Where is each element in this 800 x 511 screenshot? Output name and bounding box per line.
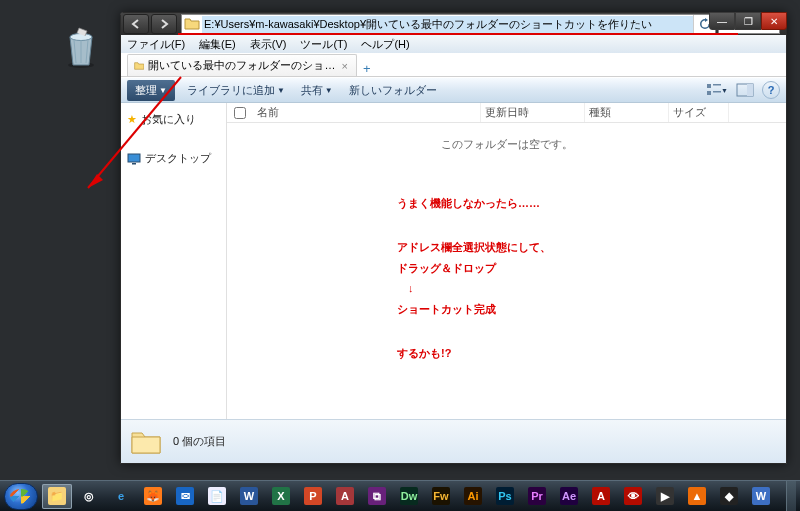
view-options-button[interactable]: ▼: [706, 81, 728, 99]
select-all-checkbox[interactable]: [234, 107, 246, 119]
taskbar-item-notepad[interactable]: 📄: [202, 484, 232, 509]
taskbar-item-powerpoint[interactable]: P: [298, 484, 328, 509]
taskbar-item-photoshop[interactable]: Ps: [490, 484, 520, 509]
aftereffects-icon: Ae: [560, 487, 578, 505]
preview-pane-button[interactable]: [734, 81, 756, 99]
close-button[interactable]: ✕: [761, 12, 787, 30]
sidebar-favorites[interactable]: ★ お気に入り: [121, 109, 226, 130]
svg-rect-8: [707, 91, 711, 95]
view-icon: [706, 83, 721, 97]
status-bar: 0 個の項目: [121, 419, 786, 463]
organize-button[interactable]: 整理▼: [127, 80, 175, 101]
taskbar-item-inkscape[interactable]: ◆: [714, 484, 744, 509]
taskbar-item-thunderbird[interactable]: ✉: [170, 484, 200, 509]
premiere-icon: Pr: [528, 487, 546, 505]
svg-marker-3: [88, 174, 103, 188]
taskbar-item-fireworks[interactable]: Fw: [426, 484, 456, 509]
dreamweaver-icon: Dw: [400, 487, 418, 505]
arrow-left-icon: [130, 18, 142, 30]
taskbar-item-visualstudio[interactable]: ⧉: [362, 484, 392, 509]
menu-help[interactable]: ヘルプ(H): [361, 37, 409, 52]
include-library-button[interactable]: ライブラリに追加▼: [183, 81, 289, 100]
taskbar-item-word[interactable]: W: [234, 484, 264, 509]
chevron-down-icon: ▼: [721, 87, 728, 94]
explorer-icon: 📁: [48, 487, 66, 505]
taskbar-item-firefox[interactable]: 🦊: [138, 484, 168, 509]
reader-icon: 👁: [624, 487, 642, 505]
navigation-pane: ★ お気に入り デスクトップ: [121, 103, 227, 419]
fireworks-icon: Fw: [432, 487, 450, 505]
share-button[interactable]: 共有▼: [297, 81, 337, 100]
folder-icon: [134, 59, 144, 73]
start-button[interactable]: [4, 483, 38, 510]
taskbar-item-aftereffects[interactable]: Ae: [554, 484, 584, 509]
minimize-button[interactable]: —: [709, 12, 735, 30]
empty-folder-message: このフォルダーは空です。: [227, 123, 786, 152]
col-date[interactable]: 更新日時: [481, 103, 585, 122]
tab-row: 開いている最中のフォルダーのショートカットを作りたい × +: [121, 53, 786, 77]
col-size[interactable]: サイズ: [669, 103, 729, 122]
tab-label: 開いている最中のフォルダーのショートカットを作りたい: [148, 58, 335, 73]
taskbar-item-word2[interactable]: W: [746, 484, 776, 509]
vlc-icon: ▲: [688, 487, 706, 505]
inkscape-icon: ◆: [720, 487, 738, 505]
sidebar-desktop[interactable]: デスクトップ: [121, 148, 226, 169]
nav-forward-button[interactable]: [151, 14, 177, 34]
taskbar-item-acrobat[interactable]: A: [586, 484, 616, 509]
tab-current[interactable]: 開いている最中のフォルダーのショートカットを作りたい ×: [127, 54, 357, 76]
ie-icon: e: [112, 487, 130, 505]
taskbar-item-ie[interactable]: e: [106, 484, 136, 509]
desktop-icon: [127, 153, 141, 165]
svg-rect-9: [713, 91, 721, 93]
taskbar: 📁◎e🦊✉📄WXPA⧉DwFwAiPsPrAeA👁▶▲◆W: [0, 480, 800, 511]
taskbar-item-excel[interactable]: X: [266, 484, 296, 509]
photoshop-icon: Ps: [496, 487, 514, 505]
col-name[interactable]: 名前: [253, 103, 481, 122]
new-folder-button[interactable]: 新しいフォルダー: [345, 81, 441, 100]
chevron-down-icon: ▼: [277, 86, 285, 95]
word2-icon: W: [752, 487, 770, 505]
nav-back-button[interactable]: [123, 14, 149, 34]
toolbar: 整理▼ ライブラリに追加▼ 共有▼ 新しいフォルダー ▼ ?: [121, 77, 786, 103]
address-bar[interactable]: E:¥Users¥m-kawasaki¥Desktop¥開いている最中のフォルダ…: [181, 14, 716, 34]
col-kind[interactable]: 種類: [585, 103, 669, 122]
explorer-window: — ❐ ✕ E:¥Users¥m-kawasaki¥Desktop¥開いている最…: [120, 12, 787, 464]
word-icon: W: [240, 487, 258, 505]
tab-add-button[interactable]: +: [357, 61, 377, 76]
menu-view[interactable]: 表示(V): [250, 37, 287, 52]
maximize-button[interactable]: ❐: [735, 12, 761, 30]
menu-edit[interactable]: 編集(E): [199, 37, 236, 52]
tab-close-button[interactable]: ×: [340, 60, 350, 72]
menu-file[interactable]: ファイル(F): [127, 37, 185, 52]
access-icon: A: [336, 487, 354, 505]
chevron-down-icon: ▼: [325, 86, 333, 95]
svg-rect-13: [132, 163, 136, 165]
taskbar-item-reader[interactable]: 👁: [618, 484, 648, 509]
taskbar-item-illustrator[interactable]: Ai: [458, 484, 488, 509]
show-desktop-button[interactable]: [786, 481, 796, 512]
taskbar-item-premiere[interactable]: Pr: [522, 484, 552, 509]
column-header: 名前 更新日時 種類 サイズ: [227, 103, 786, 123]
svg-rect-6: [707, 84, 711, 88]
taskbar-item-chrome[interactable]: ◎: [74, 484, 104, 509]
powerpoint-icon: P: [304, 487, 322, 505]
taskbar-item-vlc[interactable]: ▲: [682, 484, 712, 509]
taskbar-item-dreamweaver[interactable]: Dw: [394, 484, 424, 509]
acrobat-icon: A: [592, 487, 610, 505]
file-list[interactable]: 名前 更新日時 種類 サイズ このフォルダーは空です。 うまく機能しなかったら……: [227, 103, 786, 419]
menubar: ファイル(F) 編集(E) 表示(V) ツール(T) ヘルプ(H): [121, 35, 786, 53]
help-button[interactable]: ?: [762, 81, 780, 99]
pane-icon: [736, 83, 754, 97]
status-text: 0 個の項目: [173, 434, 226, 449]
address-text[interactable]: E:¥Users¥m-kawasaki¥Desktop¥開いている最中のフォルダ…: [202, 16, 693, 33]
visualstudio-icon: ⧉: [368, 487, 386, 505]
svg-point-1: [70, 34, 92, 41]
arrow-right-icon: [158, 18, 170, 30]
taskbar-item-access[interactable]: A: [330, 484, 360, 509]
folder-icon: [184, 16, 200, 32]
recycle-bin[interactable]: [57, 23, 105, 71]
titlebar[interactable]: E:¥Users¥m-kawasaki¥Desktop¥開いている最中のフォルダ…: [121, 13, 786, 35]
taskbar-item-video[interactable]: ▶: [650, 484, 680, 509]
menu-tool[interactable]: ツール(T): [300, 37, 347, 52]
taskbar-item-explorer[interactable]: 📁: [42, 484, 72, 509]
